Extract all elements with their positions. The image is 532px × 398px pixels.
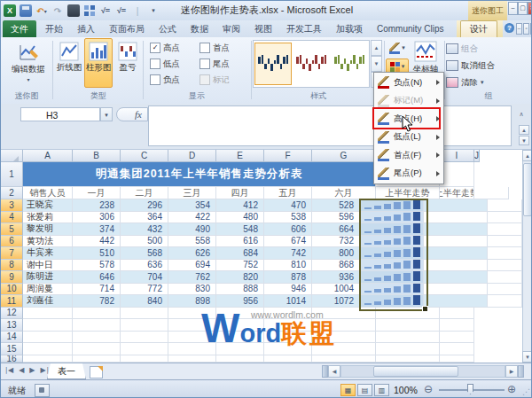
value-cell[interactable]: 714 — [73, 284, 121, 296]
style-preview-0[interactable] — [255, 43, 291, 84]
cell[interactable] — [424, 236, 488, 248]
type-column-button[interactable]: 柱形图 — [84, 38, 113, 88]
cell[interactable] — [168, 343, 216, 355]
value-cell[interactable]: 1004 — [312, 284, 360, 296]
column-header-B[interactable]: B — [73, 150, 121, 162]
checkbox-box-icon[interactable]: ✓ — [150, 43, 160, 53]
value-cell[interactable]: 674 — [264, 236, 312, 248]
sparkline-cell[interactable] — [360, 295, 424, 308]
cell[interactable] — [488, 236, 522, 248]
cell[interactable] — [488, 199, 522, 212]
cell[interactable] — [216, 332, 264, 344]
ribbon-tab-2[interactable]: 页面布局 — [102, 20, 152, 37]
cell[interactable] — [424, 247, 488, 260]
row-header-15[interactable]: 15 — [1, 343, 23, 355]
page-layout-view-icon[interactable]: ▤ — [357, 384, 372, 396]
row-header-11[interactable]: 11 — [1, 295, 23, 308]
cell[interactable] — [440, 343, 474, 355]
cell[interactable] — [312, 332, 376, 344]
name-box[interactable]: H3 — [20, 107, 100, 121]
checkbox-0[interactable]: ✓高点 — [150, 42, 180, 54]
checkbox-1[interactable]: 低点 — [150, 58, 180, 70]
clear-button[interactable]: 清除 ▾ — [446, 75, 484, 90]
fill-handle[interactable] — [422, 306, 428, 312]
value-cell[interactable]: 868 — [312, 260, 360, 272]
axis-button[interactable]: 坐标轴 — [409, 41, 442, 75]
sparkline-cell[interactable] — [360, 271, 424, 284]
cell[interactable] — [376, 343, 440, 355]
switch-windows-icon[interactable] — [83, 4, 96, 17]
cell[interactable] — [23, 355, 73, 363]
sparkline-cell[interactable] — [360, 212, 424, 224]
header-cell-3[interactable]: 三月 — [168, 187, 216, 199]
cell[interactable] — [216, 343, 264, 355]
value-cell[interactable]: 558 — [168, 236, 216, 248]
value-cell[interactable]: 1014 — [264, 295, 312, 308]
cell[interactable] — [312, 319, 376, 332]
value-cell[interactable]: 646 — [73, 271, 121, 284]
prev-sheet-icon[interactable]: ◀ — [19, 366, 24, 374]
menu-item-0[interactable]: 负点(N) — [374, 74, 443, 92]
ribbon-tab-9[interactable]: Community Clips — [370, 20, 451, 37]
name-cell[interactable]: 牛宾来 — [23, 247, 73, 260]
cell[interactable] — [168, 308, 216, 320]
cell[interactable] — [264, 308, 312, 320]
scroll-right-arrow-icon[interactable]: ▶ — [505, 365, 518, 378]
horizontal-scroll-thumb[interactable] — [373, 366, 458, 377]
scroll-split-icon[interactable]: ▼ — [519, 136, 529, 145]
cell[interactable] — [424, 199, 488, 212]
cell[interactable] — [440, 162, 474, 187]
cell[interactable] — [23, 343, 73, 355]
cell[interactable] — [312, 308, 376, 320]
insert-function-button[interactable]: fx — [116, 107, 148, 121]
cell[interactable] — [121, 319, 168, 332]
value-cell[interactable]: 354 — [168, 199, 216, 212]
excel-logo-icon[interactable]: X — [4, 4, 16, 17]
value-cell[interactable]: 840 — [121, 295, 168, 308]
tab-design[interactable]: 设计 — [460, 20, 497, 37]
menu-item-2[interactable]: 高点(H) — [374, 110, 443, 129]
help-icon[interactable]: ? — [505, 23, 514, 33]
value-cell[interactable]: 238 — [73, 199, 121, 212]
cell[interactable] — [488, 223, 522, 236]
cell[interactable] — [23, 308, 73, 320]
sparkline-cell[interactable] — [360, 247, 424, 260]
name-cell[interactable]: 刘嘉佳 — [23, 295, 73, 308]
cell[interactable] — [488, 260, 522, 272]
value-cell[interactable]: 568 — [121, 247, 168, 260]
sparkline-cell[interactable] — [360, 260, 424, 272]
value-cell[interactable]: 694 — [168, 260, 216, 272]
cell[interactable] — [121, 355, 168, 363]
workbook-minimize-button[interactable]: – — [516, 23, 522, 35]
zoom-out-icon[interactable]: ⊖ — [424, 384, 433, 395]
horizontal-scroll-track[interactable] — [340, 365, 505, 378]
column-header-F[interactable]: F — [264, 150, 312, 162]
cell[interactable] — [488, 284, 522, 296]
cell[interactable] — [216, 319, 264, 332]
sparkline-cell[interactable] — [360, 236, 424, 248]
menu-item-5[interactable]: 尾点(P) — [374, 165, 443, 183]
cell[interactable] — [488, 247, 522, 260]
value-cell[interactable]: 800 — [312, 247, 360, 260]
value-cell[interactable]: 732 — [312, 236, 360, 248]
value-cell[interactable]: 470 — [264, 199, 312, 212]
value-cell[interactable]: 936 — [312, 271, 360, 284]
ribbon-tab-6[interactable]: 视图 — [247, 20, 279, 37]
cell[interactable] — [73, 355, 121, 363]
cell[interactable] — [121, 308, 168, 320]
cell[interactable] — [424, 295, 488, 308]
scroll-down-arrow-icon[interactable]: ▼ — [522, 351, 532, 363]
gallery-scroll-up-icon[interactable]: ▲ — [371, 40, 382, 56]
ribbon-tab-5[interactable]: 审阅 — [215, 20, 247, 37]
value-cell[interactable]: 606 — [264, 223, 312, 236]
normal-view-icon[interactable]: ▦ — [340, 384, 356, 396]
value-cell[interactable]: 538 — [264, 212, 312, 224]
scroll-left-arrow-icon[interactable]: ◀ — [328, 365, 340, 378]
header-cell-0[interactable]: 销售人员 — [23, 187, 73, 199]
value-cell[interactable]: 442 — [73, 236, 121, 248]
cell[interactable] — [312, 355, 376, 363]
edit-data-button[interactable]: 编辑数据 ▾ — [8, 39, 49, 82]
cell[interactable] — [168, 319, 216, 332]
value-cell[interactable]: 782 — [73, 295, 121, 308]
name-cell[interactable]: 黎发明 — [23, 223, 73, 236]
